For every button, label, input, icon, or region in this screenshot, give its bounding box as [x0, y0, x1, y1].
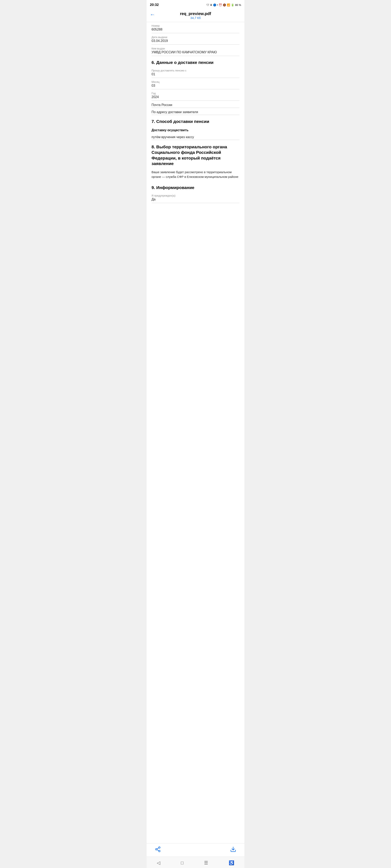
nav-bar: ◁ □ ☰ ♿	[147, 857, 244, 868]
predupregden-label: Я предупрежден(а):	[151, 194, 240, 197]
nav-home-button[interactable]: □	[177, 860, 187, 866]
field-nomer: Номер 605288	[151, 22, 240, 33]
god-label: Год	[151, 92, 240, 95]
signal-icon: 📶	[227, 3, 230, 6]
nav-menu-button[interactable]: ☰	[201, 860, 212, 866]
nav-back-button[interactable]: ◁	[153, 860, 164, 866]
battery-icon: 🔋	[231, 3, 234, 6]
mesyac-value: 03	[151, 84, 240, 88]
pochta-value: Почта России	[151, 103, 240, 107]
page-title: req_preview.pdf	[180, 11, 211, 16]
battery-percent: 86 %	[235, 3, 241, 6]
shield-icon: 🔵	[213, 3, 216, 6]
section-9-title: 9. Информирование	[151, 182, 240, 192]
status-bar: 20:32 🛡 ⬇ 🔵 • ⏰ 🔕 📶 🔋 86 %	[147, 0, 244, 10]
field-kem-vidan: Кем выдан УМВД РОССИИ ПО КАМЧАТСКОМУ КРА…	[151, 45, 240, 56]
section-8-para: Ваше заявление будет рассмотрено в терри…	[151, 168, 240, 182]
top-bar: ← req_preview.pdf 34,7 Кб	[147, 10, 244, 22]
field-pochta: Почта России	[151, 101, 240, 108]
file-size: 34,7 Кб	[190, 16, 201, 20]
proshu-value: 01	[151, 72, 240, 77]
svg-line-4	[157, 848, 159, 849]
section-8-title: 8. Выбор территориального органа Социаль…	[151, 141, 240, 168]
status-icons: 🛡 ⬇ 🔵 • ⏰ 🔕 📶 🔋 86 %	[206, 3, 241, 6]
field-sposob: путём вручения через кассу	[151, 133, 240, 140]
data-vidachi-value: 03.04.2019	[151, 39, 240, 43]
field-predupregden: Я предупрежден(а): Да	[151, 192, 240, 203]
section-6-title: 6. Данные о доставке пенсии	[151, 56, 240, 67]
field-proshu: Прошу доставлять пенсию с 01	[151, 67, 240, 78]
god-value: 2024	[151, 95, 240, 100]
dostavku-label: Доставку осуществить	[151, 126, 240, 133]
kem-vidan-label: Кем выдан	[151, 47, 240, 50]
svg-line-3	[157, 850, 159, 851]
download-status-icon: ⬇	[210, 3, 212, 6]
dot-icon: •	[217, 3, 218, 6]
alarm-icon: ⏰	[219, 3, 222, 6]
proshu-label: Прошу доставлять пенсию с	[151, 69, 240, 72]
av-icon: 🛡	[206, 3, 209, 6]
predupregden-value: Да	[151, 197, 240, 202]
pdf-content: Номер 605288 Дата выдачи 03.04.2019 Кем …	[147, 22, 244, 843]
download-button[interactable]	[230, 846, 236, 854]
bottom-action-bar	[147, 843, 244, 857]
kem-vidan-value: УМВД РОССИИ ПО КАМЧАТСКОМУ КРАЮ	[151, 51, 240, 55]
adres-value: По адресу доставки заявителя	[151, 110, 240, 114]
back-button[interactable]: ←	[150, 11, 155, 18]
nomer-value: 605288	[151, 28, 240, 32]
nomer-label: Номер	[151, 24, 240, 27]
nav-accessibility-button[interactable]: ♿	[225, 860, 238, 866]
mesyac-label: Месяц	[151, 81, 240, 84]
field-adres: По адресу доставки заявителя	[151, 108, 240, 115]
status-time: 20:32	[150, 3, 159, 7]
field-mesyac: Месяц 03	[151, 78, 240, 89]
field-data-vidachi: Дата выдачи 03.04.2019	[151, 34, 240, 44]
share-button[interactable]	[155, 846, 161, 854]
mute-icon: 🔕	[223, 3, 226, 6]
data-vidachi-label: Дата выдачи	[151, 36, 240, 39]
section-7-title: 7. Способ доставки пенсии	[151, 115, 240, 126]
field-god: Год 2024	[151, 90, 240, 101]
sposob-value: путём вручения через кассу	[151, 135, 240, 139]
